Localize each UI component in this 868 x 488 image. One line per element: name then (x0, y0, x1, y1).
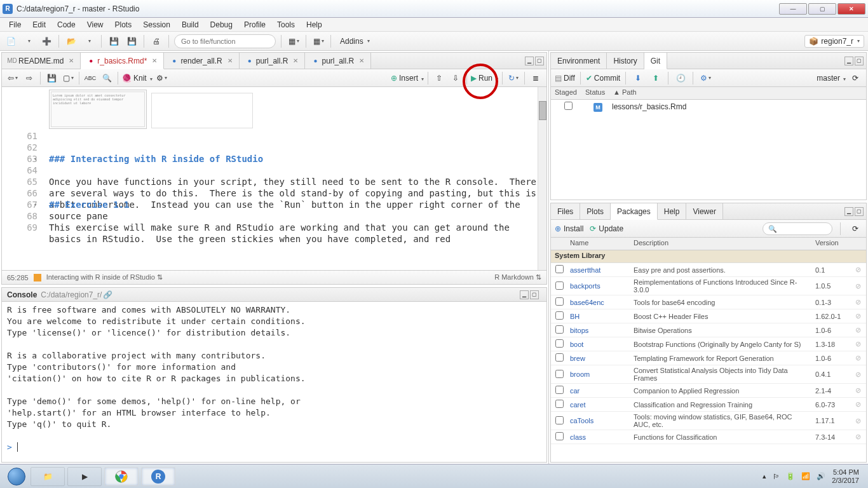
package-load-checkbox[interactable] (555, 281, 564, 290)
menu-tools[interactable]: Tools (272, 19, 300, 30)
minimize-button[interactable]: — (779, 3, 807, 15)
branch-menu[interactable]: master (817, 74, 846, 83)
tab-purl-all-1[interactable]: ●purl_all.R✕ (240, 53, 306, 69)
menu-edit[interactable]: Edit (27, 19, 51, 30)
remove-package-icon[interactable]: ⊘ (850, 370, 866, 379)
package-row[interactable]: bitops Bitwise Operations 1.0-6 ⊘ (551, 323, 866, 337)
save-doc-icon[interactable]: 💾 (44, 71, 58, 85)
tab-packages[interactable]: Packages (611, 203, 658, 220)
new-file-dropdown-icon[interactable] (22, 34, 36, 48)
goto-file-input[interactable] (174, 34, 276, 48)
tray-arrow-icon[interactable]: ▴ (763, 472, 766, 480)
start-button[interactable] (4, 467, 29, 486)
package-name[interactable]: caret (567, 401, 631, 409)
package-row[interactable]: brew Templating Framework for Report Gen… (551, 351, 866, 365)
menu-help[interactable]: Help (301, 19, 327, 30)
tray-volume-icon[interactable]: 🔊 (817, 472, 825, 480)
package-row[interactable]: backports Reimplementations of Functions… (551, 277, 866, 295)
menu-code[interactable]: Code (52, 19, 81, 30)
package-name[interactable]: car (567, 387, 631, 395)
close-icon[interactable]: ✕ (293, 57, 298, 64)
run-button[interactable]: ▶Run (471, 74, 498, 83)
pane-max-icon[interactable]: ▢ (535, 57, 544, 65)
tray-flag-icon[interactable]: 🏳 (773, 473, 780, 480)
menu-file[interactable]: File (4, 19, 26, 30)
package-name[interactable]: caTools (567, 417, 631, 424)
tab-readme[interactable]: MDREADME.md✕ (2, 53, 81, 69)
next-chunk-icon[interactable]: ⇩ (449, 71, 463, 85)
package-name[interactable]: brew (567, 355, 631, 362)
menu-profile[interactable]: Profile (239, 19, 271, 30)
refresh-icon[interactable]: ⟳ (848, 71, 862, 85)
tray-network-icon[interactable]: 📶 (801, 472, 810, 480)
tab-purl-all-2[interactable]: ●purl_all.R✕ (305, 53, 371, 69)
git-row[interactable]: M lessons/r_basics.Rmd (551, 100, 866, 114)
update-button[interactable]: ⟳Update (590, 224, 623, 233)
package-load-checkbox[interactable] (555, 400, 564, 408)
tab-plots[interactable]: Plots (580, 203, 611, 219)
package-row[interactable]: base64enc Tools for base64 encoding 0.1-… (551, 295, 866, 309)
package-row[interactable]: caret Classification and Regression Trai… (551, 398, 866, 412)
remove-package-icon[interactable]: ⊘ (850, 433, 866, 441)
taskbar-explorer-icon[interactable]: 📁 (31, 467, 65, 486)
breadcrumb[interactable]: Interacting with R inside of RStudio ⇅ (46, 273, 163, 281)
addins-menu[interactable]: Addins (336, 36, 374, 47)
tab-environment[interactable]: Environment (551, 53, 607, 69)
commit-button[interactable]: ✔Commit (586, 74, 620, 83)
close-icon[interactable]: ✕ (152, 57, 157, 64)
packages-list[interactable]: assertthat Easy pre and post assertions.… (551, 263, 866, 462)
stage-checkbox[interactable] (564, 102, 573, 110)
maximize-button[interactable]: ▢ (808, 3, 836, 15)
close-icon[interactable]: ✕ (359, 57, 364, 64)
package-name[interactable]: boot (567, 341, 631, 348)
menu-view[interactable]: View (82, 19, 109, 30)
new-file-icon[interactable]: 📄 (4, 34, 18, 48)
package-row[interactable]: car Companion to Applied Regression 2.1-… (551, 384, 866, 398)
package-load-checkbox[interactable] (555, 370, 564, 378)
insert-button[interactable]: ⊕Insert (391, 74, 424, 83)
package-name[interactable]: base64enc (567, 299, 631, 306)
grid-icon[interactable]: ▦ (311, 34, 325, 48)
pane-max-icon[interactable]: ▢ (530, 290, 539, 299)
remove-package-icon[interactable]: ⊘ (850, 326, 866, 334)
pane-min-icon[interactable]: ▁ (520, 290, 529, 299)
spellcheck-icon[interactable]: ABC (83, 71, 97, 85)
print-icon[interactable]: 🖨 (149, 34, 163, 48)
taskbar-chrome-icon[interactable] (104, 467, 139, 486)
pane-min-icon[interactable]: ▁ (525, 57, 534, 65)
system-clock[interactable]: 5:04 PM 2/3/2017 (832, 468, 859, 485)
tab-viewer[interactable]: Viewer (686, 203, 722, 219)
package-name[interactable]: class (567, 433, 631, 441)
package-row[interactable]: assertthat Easy pre and post assertions.… (551, 263, 866, 277)
knit-button[interactable]: 🧶Knit (122, 74, 153, 83)
packages-search-input[interactable] (763, 222, 832, 235)
new-project-icon[interactable]: ➕ (39, 34, 53, 48)
package-load-checkbox[interactable] (555, 297, 564, 306)
history-icon[interactable]: 🕘 (674, 71, 688, 85)
close-button[interactable]: ✕ (837, 3, 865, 15)
package-row[interactable]: class Functions for Classification 7.3-1… (551, 430, 866, 444)
back-nav-icon[interactable]: ⇦ (6, 71, 20, 85)
package-name[interactable]: broom (567, 370, 631, 378)
forward-nav-icon[interactable]: ⇨ (22, 71, 36, 85)
pane-min-icon[interactable]: ▁ (844, 207, 853, 216)
install-button[interactable]: ⊕Install (555, 224, 583, 233)
more-icon[interactable]: ⚙ (698, 71, 712, 85)
menu-session[interactable]: Session (138, 19, 175, 30)
close-icon[interactable]: ✕ (227, 57, 233, 64)
package-load-checkbox[interactable] (555, 265, 564, 273)
pane-min-icon[interactable]: ▁ (844, 57, 853, 65)
tray-battery-icon[interactable]: 🔋 (786, 472, 795, 480)
editor-scrollbar[interactable] (538, 87, 546, 270)
menu-debug[interactable]: Debug (205, 19, 238, 30)
tab-render-all[interactable]: ●render_all.R✕ (164, 53, 239, 69)
package-load-checkbox[interactable] (555, 311, 564, 320)
tab-history[interactable]: History (607, 53, 644, 69)
diff-button[interactable]: ▤Diff (555, 74, 575, 83)
console-output[interactable]: R is free software and comes with ABSOLU… (2, 302, 546, 462)
pane-max-icon[interactable]: ▢ (855, 207, 864, 216)
remove-package-icon[interactable]: ⊘ (850, 312, 866, 320)
open-file-icon[interactable]: 📂 (64, 34, 78, 48)
package-load-checkbox[interactable] (555, 386, 564, 394)
remove-package-icon[interactable]: ⊘ (850, 266, 866, 274)
